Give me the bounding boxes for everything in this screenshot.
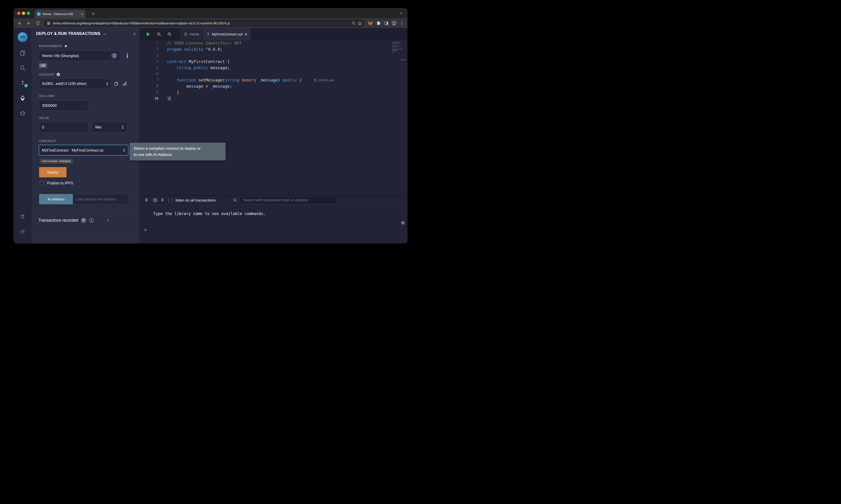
zoom-out-icon[interactable]: [154, 28, 164, 40]
minimize-window-button[interactable]: [22, 12, 25, 15]
gas-limit-label: GAS LIMIT: [39, 94, 55, 98]
listen-transactions-label: listen on all transactions: [175, 198, 216, 202]
editor-tab-bar: Home MyFirstContract.sol: [140, 28, 408, 40]
code-line: 3: [140, 53, 408, 59]
fullscreen-window-button[interactable]: [27, 12, 30, 15]
deploy-button[interactable]: Deploy: [39, 167, 67, 177]
solidity-compiler-icon[interactable]: [14, 75, 32, 91]
environment-value: Remix VM (Shanghai): [42, 54, 109, 58]
terminal-scrollbar-dot[interactable]: [401, 221, 405, 224]
deploy-run-panel: DEPLOY & RUN TRANSACTIONS ENVIRONMENT Re…: [32, 28, 140, 244]
zoom-icon[interactable]: [351, 21, 355, 25]
terminal-clear-icon[interactable]: [153, 198, 158, 203]
code-line: 7 function setMessage(string memory _mes…: [140, 77, 408, 83]
tab-close-icon[interactable]: [81, 13, 83, 15]
terminal-expand-chevrons-icon[interactable]: [144, 198, 149, 203]
account-value: 0x5B3...eddC4 (100 ether): [42, 82, 104, 86]
environment-select[interactable]: Remix VM (Shanghai): [39, 51, 120, 61]
file-explorer-icon[interactable]: [14, 46, 32, 60]
code-editor[interactable]: 1// SPDX-License-Identifier: MIT2pragma …: [140, 40, 408, 195]
publish-ipfs-label: Publish to IPFS: [47, 181, 73, 185]
search-icon[interactable]: [14, 60, 32, 75]
browser-tab-title: Remix - Ethereum IDE: [42, 12, 79, 16]
transactions-expand-chevron-icon[interactable]: [107, 219, 109, 222]
debugger-icon[interactable]: [14, 106, 32, 121]
site-settings-icon[interactable]: [47, 21, 51, 25]
compile-success-check-icon: [24, 84, 28, 87]
profile-avatar-icon[interactable]: [392, 21, 396, 25]
account-label: ACCOUNT: [39, 73, 55, 76]
at-address-button[interactable]: At Address: [39, 194, 73, 204]
terminal-prompt[interactable]: >: [144, 228, 147, 232]
contract-select-tooltip: Select a compiled contract to deploy or …: [130, 143, 226, 160]
plugin-manager-icon[interactable]: [14, 209, 32, 224]
browser-toolbar: remix.ethereum.org/#lang=en&optimize=fal…: [14, 18, 408, 28]
sign-message-icon[interactable]: [122, 81, 127, 86]
tab-file-close-icon[interactable]: [244, 33, 247, 36]
gas-estimate-annotation: infinite gas: [314, 77, 334, 83]
gas-limit-input[interactable]: [39, 100, 88, 111]
scrollbar-thumb[interactable]: [400, 59, 406, 60]
transactions-recorded-label: Transactions recorded: [38, 218, 78, 223]
value-unit: Wei: [95, 125, 120, 129]
environment-info-icon[interactable]: [125, 53, 130, 58]
tab-file-label: MyFirstContract.sol: [212, 32, 242, 36]
activity-bar: [14, 28, 32, 244]
vm-badge: VM: [39, 63, 47, 68]
value-label: VALUE: [39, 116, 49, 120]
terminal-search-icon: [233, 198, 237, 202]
panel-divider: [36, 212, 135, 212]
deploy-run-icon[interactable]: [14, 91, 32, 106]
account-select-arrows-icon: [106, 82, 108, 86]
browser-window: Remix - Ethereum IDE remix.ethereum.org/…: [14, 8, 408, 244]
panel-collapse-chevron-icon[interactable]: [133, 32, 136, 36]
close-window-button[interactable]: [17, 12, 20, 15]
zoom-in-icon[interactable]: [164, 28, 175, 40]
remix-logo-icon[interactable]: [18, 32, 28, 42]
new-tab-button[interactable]: [90, 10, 97, 17]
url-text: remix.ethereum.org/#lang=en&optimize=fal…: [53, 21, 349, 25]
tab-myfirstcontract[interactable]: MyFirstContract.sol: [203, 28, 251, 40]
code-line: 6: [140, 71, 408, 77]
copy-account-icon[interactable]: [113, 81, 119, 86]
terminal-tx-count: 0: [161, 198, 164, 202]
side-panel-icon[interactable]: [384, 21, 389, 25]
tooltip-line-2: to use with At Address.: [134, 151, 221, 158]
at-address-input[interactable]: [73, 194, 128, 204]
text-cursor: [170, 96, 170, 101]
tab-home[interactable]: Home: [180, 28, 203, 40]
value-input[interactable]: [39, 122, 88, 132]
terminal-message: Type the library name to see available c…: [153, 211, 265, 216]
contract-select[interactable]: MyFirstContract - MyFirstContract.so: [39, 145, 128, 156]
value-unit-select[interactable]: Wei: [92, 122, 127, 132]
contract-select-arrows-icon: [123, 148, 125, 152]
url-bar[interactable]: remix.ethereum.org/#lang=en&optimize=fal…: [44, 20, 365, 27]
environment-cycle-icon[interactable]: [111, 53, 117, 59]
browser-tab[interactable]: Remix - Ethereum IDE: [35, 10, 86, 18]
transactions-count-badge: 0: [81, 218, 86, 223]
panel-divider-bottom: [36, 234, 135, 234]
listen-transactions-checkbox[interactable]: [168, 198, 173, 202]
run-script-play-icon[interactable]: [143, 28, 154, 40]
minimap[interactable]: [392, 42, 404, 53]
transactions-info-icon[interactable]: [89, 218, 94, 222]
forward-icon[interactable]: [25, 20, 32, 26]
account-select[interactable]: 0x5B3...eddC4 (100 ether): [39, 79, 111, 89]
contract-label: CONTRACT: [39, 139, 56, 143]
bookmark-star-icon[interactable]: [358, 21, 362, 25]
reload-icon[interactable]: [35, 20, 41, 26]
code-line: 8 message = _message;: [140, 83, 408, 89]
publish-ipfs-checkbox[interactable]: [40, 181, 44, 185]
extensions-puzzle-icon[interactable]: [376, 21, 381, 25]
panel-check-icon: [103, 32, 107, 36]
metamask-icon[interactable]: [368, 20, 373, 26]
settings-gear-icon[interactable]: [14, 224, 32, 239]
plug-icon: [64, 44, 67, 48]
terminal: 0 listen on all transactions Type the li…: [140, 195, 408, 244]
remix-favicon: [37, 12, 41, 16]
terminal-search-input[interactable]: [240, 196, 337, 204]
back-icon[interactable]: [16, 20, 23, 26]
tab-search-chevron-icon[interactable]: [397, 10, 404, 17]
add-account-plus-icon[interactable]: [56, 73, 60, 76]
browser-menu-icon[interactable]: [400, 21, 404, 25]
